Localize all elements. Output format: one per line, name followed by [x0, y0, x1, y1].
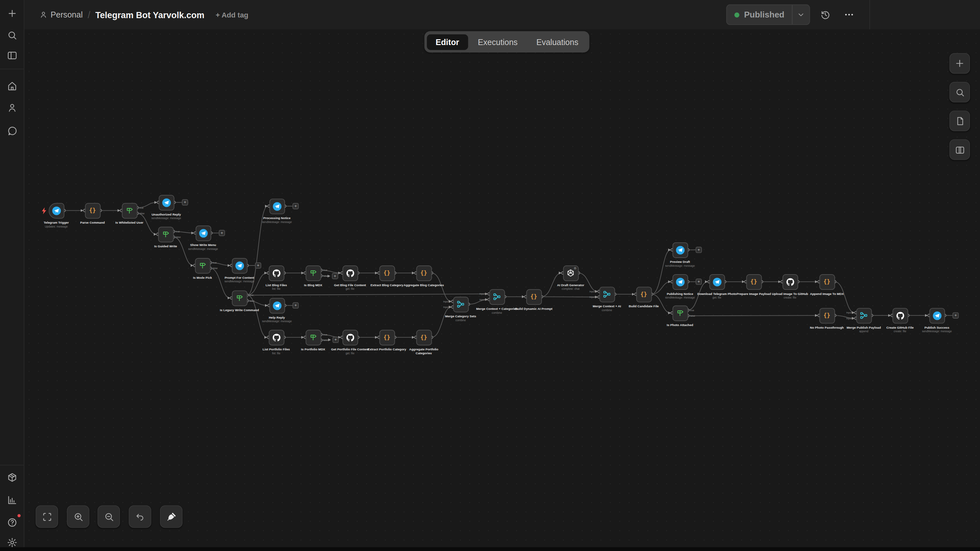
svg-text:false: false — [250, 300, 255, 302]
tidy-up-button[interactable] — [160, 505, 182, 528]
listblog-node[interactable]: List Blog Fileslist: file — [269, 265, 284, 281]
getport-node[interactable]: Get Portfolio File Contentget: file — [342, 330, 358, 345]
telegram-icon — [712, 277, 722, 286]
zoom-in-button[interactable] — [67, 505, 89, 528]
github-icon — [271, 268, 281, 278]
node-label: Unauthorized Reply — [144, 212, 189, 216]
package-icon[interactable] — [5, 470, 19, 484]
trigger-node[interactable]: Telegram TriggerUpdates: message — [48, 203, 64, 218]
code-braces-icon: {} — [641, 291, 647, 297]
insights-chart-icon[interactable] — [5, 493, 19, 507]
helpreply-node[interactable]: Help ReplysendMessage: message — [269, 297, 285, 313]
workflow-canvas[interactable]: truefalsetruefalsetruefalsetruefalsetrue… — [24, 30, 980, 548]
isphoto-node[interactable]: Is Photo Attached — [672, 305, 688, 321]
unauth-node[interactable]: Unauthorized ReplysendMessage: message — [159, 194, 174, 210]
code-braces-icon: {} — [383, 334, 390, 340]
github-icon — [345, 268, 355, 278]
pubsuccess-node[interactable]: Publish SuccesssendMessage: message — [929, 308, 945, 323]
extractport-node[interactable]: {}Extract Portfolio Category — [379, 330, 395, 345]
new-workflow-plus-icon[interactable] — [5, 6, 19, 20]
add-node-button[interactable] — [950, 53, 970, 74]
svg-text:Input 2: Input 2 — [590, 295, 597, 299]
add-tag-button[interactable]: + Add tag — [216, 11, 248, 19]
node-sublabel: get: file — [328, 287, 372, 291]
mergectxcat-node[interactable]: Merge Context + Categoriescombine — [489, 289, 504, 304]
showmenu-node[interactable]: Show Write MenusendMessage: message — [195, 225, 211, 241]
node-label: Build Dynamic AI Prompt — [511, 306, 557, 311]
undo-button[interactable] — [129, 505, 151, 528]
modepick-node[interactable]: Is Mode Pick — [194, 258, 210, 273]
appendimg-node[interactable]: {}Append Image To MDX — [819, 274, 835, 289]
aggport-node[interactable]: {}Aggregate Portfolio Categories — [416, 330, 432, 345]
aidraft-node[interactable]: ⚙AI Draft Generatorcomplete: chat — [563, 265, 579, 281]
add-connected-node-button[interactable]: + — [219, 230, 225, 236]
chat-icon[interactable] — [5, 124, 19, 137]
user-icon[interactable] — [5, 100, 19, 114]
tab-editor[interactable]: Editor — [427, 34, 468, 49]
node-label: Build Candidate File — [621, 304, 667, 308]
svg-text:Input 2: Input 2 — [443, 306, 451, 308]
promptcontent-node[interactable]: Prompt For ContentsendMessage: message — [232, 258, 247, 273]
publish-status-pill: Published — [726, 4, 810, 25]
search-icon[interactable] — [5, 28, 19, 42]
isportmdx-node[interactable]: Is Portfolio MDX — [305, 330, 321, 345]
nophoto-node[interactable]: {}No Photo Passthrough — [819, 308, 835, 323]
buildprompt-node[interactable]: {}Build Dynamic AI Prompt — [526, 289, 542, 304]
uploadimg-node[interactable]: Upload Image To GitHubcreate: file — [782, 274, 798, 289]
panel-left-icon[interactable] — [5, 48, 19, 62]
buildcand-node[interactable]: {}Build Candidate File — [636, 286, 652, 302]
parse-node[interactable]: {}Parse Command — [84, 203, 100, 218]
canvas-search-button[interactable] — [950, 82, 970, 102]
publish-dropdown-button[interactable] — [792, 5, 810, 24]
zoom-out-button[interactable] — [98, 505, 120, 528]
add-connected-node-button[interactable]: + — [255, 262, 261, 268]
tidy-up-icon — [166, 511, 177, 522]
add-connected-node-button[interactable]: + — [332, 273, 338, 279]
listport-node[interactable]: List Portfolio Fileslist: file — [269, 330, 284, 345]
creategh-node[interactable]: Create GitHub Filecreate: file — [892, 308, 908, 323]
node-sublabel: combine — [474, 311, 520, 314]
procnotice-node[interactable]: Processing NoticesendMessage: message — [269, 198, 285, 214]
node-label: Processing Notice — [254, 216, 299, 220]
fit-view-button[interactable] — [36, 505, 58, 528]
home-icon[interactable] — [5, 79, 19, 92]
add-connected-node-button[interactable]: + — [293, 203, 299, 209]
node-sublabel: list: file — [254, 352, 299, 355]
help-icon[interactable] — [5, 515, 19, 529]
panel-toggle-button[interactable] — [950, 140, 970, 160]
add-connected-node-button[interactable]: + — [332, 337, 339, 343]
mergectxai-node[interactable]: Merge Context + AIcombine — [599, 286, 614, 302]
guided-node[interactable]: Is Guided Write — [158, 227, 173, 242]
extractblog-node[interactable]: {}Extract Blog Category — [379, 265, 395, 281]
telegram-icon — [162, 198, 171, 207]
tab-executions[interactable]: Executions — [469, 34, 527, 49]
getblog-node[interactable]: Get Blog File Contentget: file — [342, 265, 358, 281]
mergecatsets-node[interactable]: Merge Category Setscombine — [453, 297, 468, 312]
preview-node[interactable]: Preview DraftsendMessage: message — [672, 242, 688, 258]
aggblog-node[interactable]: {}Aggregate Blog Categories — [416, 265, 432, 281]
breadcrumb-project[interactable]: Personal — [39, 10, 83, 19]
add-connected-node-button[interactable]: + — [182, 199, 188, 205]
svg-text:false: false — [212, 267, 218, 270]
isblogmdx-node[interactable]: Is Blog MDX — [305, 265, 321, 281]
node-label: Is Legacy Write Command — [217, 308, 262, 312]
more-options-button[interactable] — [840, 6, 858, 23]
version-history-button[interactable] — [816, 6, 834, 23]
if-signpost-icon — [125, 206, 134, 215]
mergepub-node[interactable]: Merge Publish Payloadappend — [856, 308, 871, 323]
sticky-note-button[interactable] — [950, 111, 970, 131]
legacy-node[interactable]: Is Legacy Write Command — [232, 290, 247, 306]
add-connected-node-button[interactable]: + — [695, 279, 702, 285]
add-connected-node-button[interactable]: + — [695, 247, 702, 253]
tab-evaluations[interactable]: Evaluations — [528, 34, 587, 49]
publish-status-button[interactable]: Published — [727, 5, 792, 24]
add-connected-node-button[interactable]: + — [953, 313, 959, 319]
workflow-title[interactable]: Telegram Bot Yarvolk.com — [95, 10, 204, 20]
pubnotice-node[interactable]: Publishing NoticesendMessage: message — [672, 274, 688, 289]
window-bottom-edge — [0, 547, 980, 551]
prepimg-node[interactable]: {}Prepare Image Payload — [746, 274, 761, 289]
svg-text:false: false — [323, 275, 328, 278]
add-connected-node-button[interactable]: + — [293, 302, 299, 308]
whitelist-node[interactable]: Is Whitelisted User — [122, 203, 137, 218]
dlphoto-node[interactable]: Download Telegram Photoget: file — [709, 274, 725, 289]
